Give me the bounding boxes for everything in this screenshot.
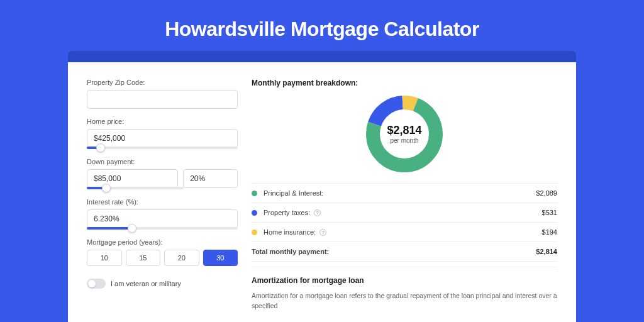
legend-label: Home insurance: bbox=[264, 228, 316, 236]
legend-row: Property taxes:?$531 bbox=[252, 203, 557, 223]
inputs-column: Property Zip Code: Home price: Down paym… bbox=[87, 79, 238, 322]
header-band bbox=[68, 51, 576, 62]
down-payment-pct-input[interactable] bbox=[183, 169, 238, 188]
interest-slider[interactable] bbox=[87, 227, 238, 230]
calculator-card: Property Zip Code: Home price: Down paym… bbox=[68, 62, 576, 322]
veteran-label: I am veteran or military bbox=[111, 280, 181, 287]
breakdown-title: Monthly payment breakdown: bbox=[252, 79, 557, 87]
breakdown-column: Monthly payment breakdown: $2,814 per mo… bbox=[252, 79, 557, 322]
legend-label: Property taxes: bbox=[264, 209, 310, 216]
period-button-15[interactable]: 15 bbox=[126, 250, 161, 266]
legend-dot bbox=[252, 230, 257, 235]
interest-label: Interest rate (%): bbox=[87, 198, 238, 206]
veteran-toggle[interactable] bbox=[87, 279, 106, 289]
donut-chart: $2,814 per month bbox=[252, 94, 557, 174]
slider-thumb[interactable] bbox=[102, 184, 111, 192]
home-price-group: Home price: bbox=[87, 118, 238, 149]
total-label: Total monthly payment: bbox=[252, 248, 329, 255]
info-icon[interactable]: ? bbox=[319, 229, 326, 236]
legend: Principal & Interest:$2,089Property taxe… bbox=[252, 183, 557, 262]
interest-group: Interest rate (%): bbox=[87, 198, 238, 230]
period-button-30[interactable]: 30 bbox=[203, 250, 238, 266]
period-button-10[interactable]: 10 bbox=[87, 250, 122, 266]
home-price-input[interactable] bbox=[87, 129, 238, 148]
legend-row: Principal & Interest:$2,089 bbox=[252, 184, 557, 203]
donut-amount: $2,814 bbox=[387, 124, 421, 137]
down-payment-slider[interactable] bbox=[87, 187, 184, 189]
home-price-slider[interactable] bbox=[87, 147, 238, 149]
period-group: Mortgage period (years): 10152030 bbox=[87, 238, 238, 266]
legend-value: $2,089 bbox=[536, 189, 557, 197]
legend-dot bbox=[252, 210, 257, 216]
total-value: $2,814 bbox=[536, 248, 557, 255]
slider-thumb[interactable] bbox=[96, 143, 105, 152]
info-icon[interactable]: ? bbox=[314, 209, 321, 216]
legend-value: $194 bbox=[542, 228, 557, 236]
interest-input[interactable] bbox=[87, 209, 238, 228]
legend-label: Principal & Interest: bbox=[264, 189, 323, 197]
period-label: Mortgage period (years): bbox=[87, 238, 238, 246]
down-payment-input[interactable] bbox=[87, 169, 178, 188]
page: Howardsville Mortgage Calculator Propert… bbox=[0, 0, 644, 322]
legend-row: Home insurance:?$194 bbox=[252, 223, 557, 242]
legend-value: $531 bbox=[542, 209, 557, 216]
home-price-label: Home price: bbox=[87, 118, 238, 125]
toggle-knob bbox=[88, 280, 96, 287]
legend-total-row: Total monthly payment:$2,814 bbox=[252, 242, 557, 262]
veteran-row: I am veteran or military bbox=[87, 279, 238, 289]
period-button-20[interactable]: 20 bbox=[164, 250, 199, 266]
down-payment-group: Down payment: bbox=[87, 158, 238, 189]
zip-label: Property Zip Code: bbox=[87, 79, 238, 86]
donut-sub: per month bbox=[387, 137, 421, 144]
zip-group: Property Zip Code: bbox=[87, 79, 238, 109]
down-payment-label: Down payment: bbox=[87, 158, 238, 165]
amortization-section: Amortization for mortgage loan Amortizat… bbox=[252, 267, 557, 311]
legend-dot bbox=[252, 191, 257, 196]
zip-input[interactable] bbox=[87, 90, 238, 109]
amortization-title: Amortization for mortgage loan bbox=[252, 276, 557, 285]
slider-thumb[interactable] bbox=[128, 224, 136, 233]
amortization-text: Amortization for a mortgage loan refers … bbox=[252, 291, 557, 311]
page-title: Howardsville Mortgage Calculator bbox=[0, 0, 644, 51]
